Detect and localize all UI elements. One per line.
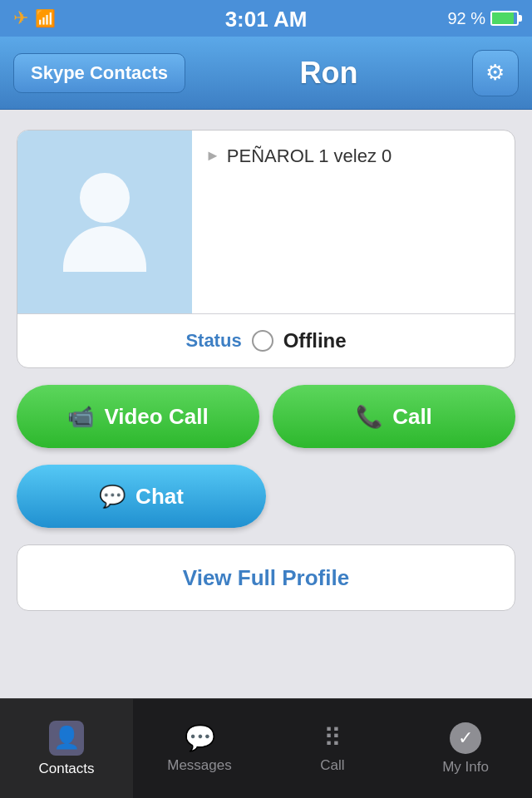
view-profile-label: View Full Profile [183,565,349,591]
call-label: Call [392,404,432,430]
call-tab-icon: ⠿ [323,723,342,752]
status-value: Offline [283,329,347,352]
tab-contacts[interactable]: 👤 Contacts [0,699,133,798]
tab-messages-label: Messages [167,757,231,774]
back-button[interactable]: Skype Contacts [13,53,185,93]
profile-top: ► PEÑAROL 1 velez 0 [17,131,515,313]
tab-messages[interactable]: 💬 Messages [133,699,266,798]
avatar-section [17,131,192,313]
settings-button[interactable]: ⚙ [472,50,519,96]
status-message: PEÑAROL 1 velez 0 [227,144,392,170]
status-bar-time: 3:01 AM [225,7,308,32]
video-camera-icon: 📹 [67,404,94,430]
video-call-label: Video Call [104,404,208,430]
battery-percentage: 92 % [447,9,485,28]
status-message-section: ► PEÑAROL 1 velez 0 [192,131,515,313]
nav-bar: Skype Contacts Ron ⚙ [0,37,532,110]
nav-title: Ron [300,56,358,91]
chat-button[interactable]: 💬 Chat [17,465,266,528]
chat-icon: 💬 [99,484,126,510]
expand-arrow-icon: ► [205,147,220,165]
profile-card: ► PEÑAROL 1 velez 0 Status Offline [17,130,515,368]
tab-contacts-label: Contacts [38,761,94,777]
airplane-icon: ✈ [13,7,28,29]
avatar-body [63,226,146,272]
messages-icon: 💬 [185,723,215,752]
tab-call-label: Call [320,757,344,774]
chat-button-row: 💬 Chat [17,465,515,528]
action-buttons-row: 📹 Video Call 📞 Call [17,385,515,448]
tab-my-info-label: My Info [442,759,489,776]
contacts-icon: 👤 [49,721,84,756]
phone-icon: 📞 [356,404,382,430]
status-indicator-icon [252,330,273,352]
profile-status-row: Status Offline [17,314,515,367]
status-bar: ✈ 📶 3:01 AM 92 % [0,0,532,37]
tab-my-info[interactable]: ✓ My Info [399,699,532,798]
my-info-icon: ✓ [450,722,481,754]
main-content: ► PEÑAROL 1 velez 0 Status Offline 📹 Vid… [0,110,532,631]
tab-bar: 👤 Contacts 💬 Messages ⠿ Call ✓ My Info [0,698,532,798]
tab-call[interactable]: ⠿ Call [266,699,399,798]
gear-icon: ⚙ [485,60,505,86]
view-full-profile-button[interactable]: View Full Profile [17,544,515,611]
wifi-icon: 📶 [35,8,56,28]
avatar-head [80,173,130,223]
chat-label: Chat [135,484,184,510]
video-call-button[interactable]: 📹 Video Call [17,385,259,448]
call-button[interactable]: 📞 Call [273,385,515,448]
status-label: Status [185,330,241,352]
avatar [63,173,146,272]
battery-icon [490,11,519,26]
